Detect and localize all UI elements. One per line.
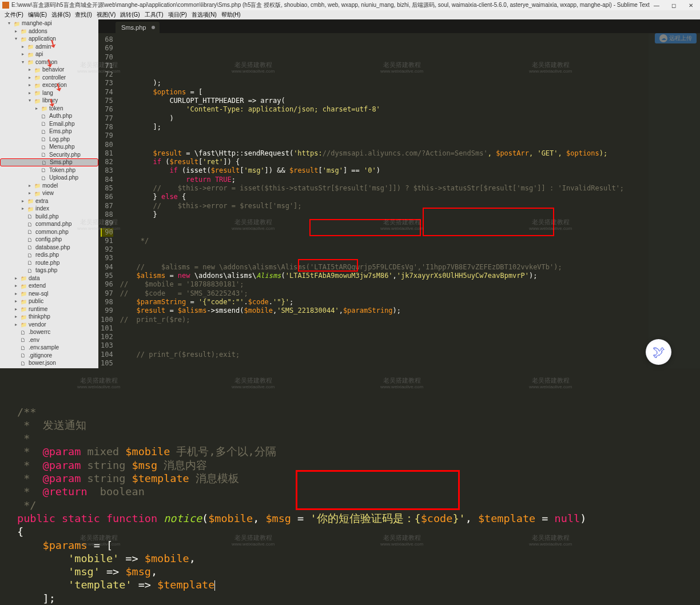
folder-item[interactable]: ▸runtime — [0, 305, 98, 313]
code-line[interactable]: 'Content-Type: application/json; charset… — [118, 105, 649, 114]
close-button[interactable]: ✕ — [687, 2, 694, 9]
code-line[interactable]: // $this->error = $result['msg']; — [118, 202, 649, 210]
folder-item[interactable]: ▸addons — [0, 27, 98, 35]
tree-toggle-icon[interactable]: ▸ — [29, 90, 33, 95]
tree-toggle-icon[interactable]: ▸ — [15, 314, 19, 319]
tree-toggle-icon[interactable]: ▸ — [15, 276, 19, 281]
menu-item[interactable]: 视图(V) — [94, 11, 118, 19]
code-line[interactable]: $paramString = '{"code":"'.$code.'"}'; — [118, 298, 649, 307]
code-line[interactable] — [118, 324, 649, 333]
file-item[interactable]: route.php — [0, 259, 98, 267]
minimap[interactable] — [649, 33, 700, 368]
floating-assistant-button[interactable]: 🕊 — [646, 339, 671, 365]
code-line[interactable] — [118, 254, 649, 262]
tree-toggle-icon[interactable]: ▸ — [15, 298, 19, 304]
folder-item[interactable]: ▸lang — [0, 89, 98, 97]
tree-toggle-icon[interactable]: ▸ — [29, 75, 33, 80]
file-item[interactable]: .env.sample — [0, 344, 98, 352]
menu-item[interactable]: 跳转(G) — [118, 11, 142, 19]
tree-toggle-icon[interactable]: ▾ — [29, 98, 33, 103]
file-item[interactable]: Email.php — [0, 120, 98, 128]
code-line[interactable] — [118, 359, 649, 368]
folder-item[interactable]: ▸new-sql — [0, 290, 98, 298]
file-item[interactable]: database.php — [0, 244, 98, 252]
tree-toggle-icon[interactable]: ▾ — [8, 21, 13, 26]
code-line[interactable]: */ — [118, 237, 649, 245]
menu-item[interactable]: 首选项(N) — [189, 11, 219, 19]
code-line[interactable]: } — [118, 210, 649, 219]
code-line[interactable]: $result = \fast\Http::sendRequest('https… — [118, 149, 649, 158]
code-line[interactable] — [118, 245, 649, 254]
file-item[interactable]: bower.json — [0, 359, 98, 367]
tree-toggle-icon[interactable]: ▸ — [15, 283, 19, 288]
folder-item[interactable]: ▸view — [0, 189, 98, 197]
tree-toggle-icon[interactable]: ▾ — [15, 36, 19, 41]
tree-toggle-icon[interactable]: ▸ — [15, 29, 19, 34]
code-content[interactable]: ); $options = [ CURLOPT_HTTPHEADER => ar… — [118, 33, 649, 368]
code-line[interactable]: $options = [ — [118, 88, 649, 97]
code-line[interactable]: // $mobile = '18788830181'; — [118, 280, 649, 289]
file-item[interactable]: .env — [0, 336, 98, 344]
code-line[interactable]: // print_r($result);exit; — [118, 351, 649, 359]
code-line[interactable] — [118, 219, 649, 228]
folder-item[interactable]: ▸controller — [0, 74, 98, 82]
folder-item[interactable]: ▾manghe-api — [0, 19, 98, 27]
code-line[interactable] — [118, 333, 649, 341]
code-line[interactable] — [118, 141, 649, 149]
code-line[interactable] — [118, 228, 649, 237]
tree-toggle-icon[interactable]: ▸ — [29, 67, 33, 72]
file-item[interactable]: .gitignore — [0, 352, 98, 360]
folder-item[interactable]: ▸model — [0, 182, 98, 190]
menu-item[interactable]: 查找(I) — [73, 11, 94, 19]
menu-item[interactable]: 项目(P) — [166, 11, 189, 19]
code-line[interactable]: } else { — [118, 193, 649, 201]
file-item[interactable]: command.php — [0, 220, 98, 228]
menu-item[interactable]: 编辑(E) — [26, 11, 49, 19]
folder-item[interactable]: ▸thinkphp — [0, 313, 98, 321]
code-line[interactable]: // $code = 'SMS_36225243'; — [118, 289, 649, 298]
menu-item[interactable]: 文件(F) — [2, 11, 26, 19]
tree-toggle-icon[interactable]: ▸ — [22, 51, 26, 57]
tree-toggle-icon[interactable]: ▸ — [35, 106, 40, 111]
tree-toggle-icon[interactable]: ▾ — [22, 59, 26, 65]
folder-item[interactable]: ▸index — [0, 205, 98, 213]
code-line[interactable]: // $alisms = new \addons\alisms\Alisms('… — [118, 263, 649, 272]
tree-toggle-icon[interactable]: ▸ — [29, 190, 33, 196]
tree-toggle-icon[interactable]: ▸ — [22, 198, 26, 204]
file-tree-sidebar[interactable]: ➘ ➘ ➘ ➘ ▾manghe-api▸addons▾application▸a… — [0, 19, 98, 368]
code-line[interactable]: return TRUE; — [118, 176, 649, 184]
file-tab-sms[interactable]: Sms.php — [116, 22, 160, 33]
folder-item[interactable]: ▸vendor — [0, 321, 98, 329]
code-line[interactable]: if (isset($result['msg']) && $result['ms… — [118, 166, 649, 175]
file-item[interactable]: Ems.php — [0, 128, 98, 136]
code-line[interactable]: ) — [118, 114, 649, 123]
file-item[interactable]: common.php — [0, 228, 98, 236]
file-item[interactable]: redis.php — [0, 251, 98, 259]
code-editor[interactable]: 6869707172737475767778798081828384858687… — [98, 33, 700, 368]
tree-toggle-icon[interactable]: ▸ — [15, 291, 19, 296]
code-line[interactable]: if ($result['ret']) { — [118, 158, 649, 166]
tree-toggle-icon[interactable]: ▸ — [15, 307, 19, 312]
file-item[interactable]: Token.php — [0, 166, 98, 174]
file-item[interactable]: config.php — [0, 236, 98, 244]
code-line[interactable]: // $this->error = isset($this->statusStr… — [118, 184, 649, 193]
file-item[interactable]: Upload.php — [0, 174, 98, 182]
file-item[interactable]: tags.php — [0, 266, 98, 274]
tree-toggle-icon[interactable]: ▸ — [15, 322, 19, 327]
folder-item[interactable]: ▸extend — [0, 282, 98, 290]
folder-item[interactable]: ▸data — [0, 274, 98, 282]
menu-item[interactable]: 工具(T) — [142, 11, 166, 19]
file-item[interactable]: Auth.php — [0, 112, 98, 120]
file-item[interactable]: Menu.php — [0, 143, 98, 151]
code-line[interactable] — [118, 132, 649, 140]
tree-toggle-icon[interactable]: ▸ — [29, 183, 33, 188]
folder-item[interactable]: ▸exception — [0, 81, 98, 89]
file-item[interactable]: .bowerrc — [0, 328, 98, 336]
tree-toggle-icon[interactable]: ▸ — [29, 82, 33, 87]
file-item[interactable]: build.php — [0, 213, 98, 221]
menu-item[interactable]: 帮助(H) — [219, 11, 243, 19]
tree-toggle-icon[interactable]: ▸ — [22, 206, 26, 211]
tree-toggle-icon[interactable]: ▸ — [22, 44, 26, 49]
file-item[interactable]: Security.php — [0, 151, 98, 159]
code-line[interactable]: $alisms = new \addons\alisms\Alisms('LTA… — [118, 272, 649, 280]
